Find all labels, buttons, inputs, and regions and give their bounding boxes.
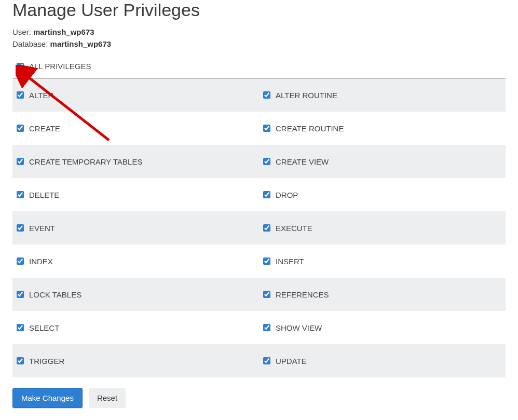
privilege-label: SELECT: [29, 323, 59, 332]
privilege-row: CREATE TEMPORARY TABLESCREATE VIEW: [12, 145, 506, 178]
make-changes-button[interactable]: Make Changes: [12, 388, 83, 408]
button-row: Make Changes Reset: [12, 388, 506, 408]
privilege-checkbox[interactable]: [17, 224, 24, 232]
privilege-label: CREATE: [29, 124, 60, 133]
privilege-label: DELETE: [29, 191, 59, 199]
privilege-checkbox[interactable]: [17, 158, 24, 165]
privilege-label: INDEX: [29, 257, 53, 266]
privilege-checkbox[interactable]: [263, 258, 270, 265]
privilege-checkbox[interactable]: [17, 91, 24, 99]
privilege-label: EXECUTE: [276, 224, 312, 233]
privilege-label: INSERT: [276, 257, 304, 266]
privilege-checkbox[interactable]: [263, 191, 270, 198]
privilege-checkbox[interactable]: [17, 357, 24, 364]
privilege-label: ALTER: [29, 91, 53, 100]
privilege-label: LOCK TABLES: [29, 290, 81, 299]
privilege-label: DROP: [276, 191, 298, 199]
privilege-row: EVENTEXECUTE: [12, 211, 506, 245]
privilege-row: SELECTSHOW VIEW: [12, 311, 506, 344]
privilege-checkbox[interactable]: [17, 291, 24, 298]
user-value: martinsh_wp673: [33, 28, 94, 36]
privilege-label: CREATE VIEW: [276, 157, 329, 166]
privilege-checkbox[interactable]: [17, 258, 24, 265]
privilege-label: REFERENCES: [276, 290, 329, 299]
all-privileges-label: ALL PRIVILEGES: [29, 62, 91, 71]
privilege-checkbox[interactable]: [263, 357, 270, 364]
privilege-checkbox[interactable]: [263, 91, 270, 99]
privilege-checkbox[interactable]: [17, 191, 24, 198]
privilege-label: EVENT: [29, 224, 55, 233]
reset-button[interactable]: Reset: [89, 388, 126, 408]
page-title: Manage User Privileges: [12, 0, 506, 20]
privilege-checkbox[interactable]: [17, 324, 24, 331]
privilege-checkbox[interactable]: [263, 125, 270, 132]
user-label: User:: [12, 28, 31, 36]
privilege-checkbox[interactable]: [263, 224, 270, 232]
privilege-label: CREATE ROUTINE: [276, 124, 344, 133]
database-value: martinsh_wp673: [50, 39, 112, 48]
privilege-row: INDEXINSERT: [12, 245, 506, 278]
database-label: Database:: [12, 39, 48, 48]
privilege-checkbox[interactable]: [263, 324, 270, 331]
all-privileges-row: ALL PRIVILEGES: [12, 60, 506, 73]
privilege-label: ALTER ROUTINE: [276, 91, 337, 100]
privileges-table: ALTERALTER ROUTINECREATECREATE ROUTINECR…: [12, 78, 506, 377]
privilege-row: LOCK TABLESREFERENCES: [12, 278, 506, 311]
privilege-label: SHOW VIEW: [276, 323, 322, 332]
user-row: User: martinsh_wp673: [12, 28, 506, 36]
privilege-row: ALTERALTER ROUTINE: [12, 78, 506, 112]
privilege-checkbox[interactable]: [263, 158, 270, 165]
privilege-checkbox[interactable]: [17, 125, 24, 132]
privilege-row: TRIGGERUPDATE: [12, 344, 506, 377]
database-row: Database: martinsh_wp673: [12, 39, 506, 48]
all-privileges-checkbox[interactable]: [17, 63, 24, 70]
privilege-row: CREATECREATE ROUTINE: [12, 112, 506, 145]
privilege-checkbox[interactable]: [263, 291, 270, 298]
privilege-label: TRIGGER: [29, 357, 64, 365]
privilege-row: DELETEDROP: [12, 178, 506, 211]
privilege-label: CREATE TEMPORARY TABLES: [29, 157, 142, 166]
privilege-label: UPDATE: [276, 357, 307, 365]
